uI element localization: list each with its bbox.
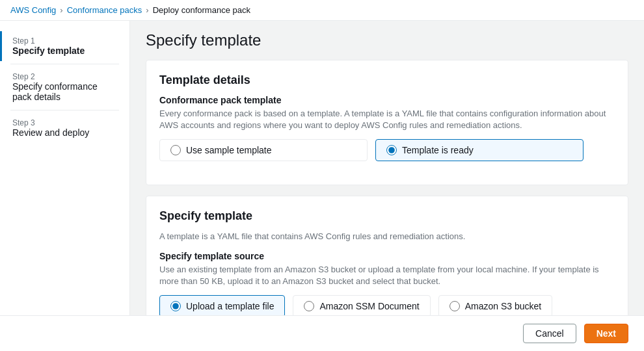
- s3-bucket-label: Amazon S3 bucket: [465, 301, 542, 311]
- conformance-pack-template-label: Conformance pack template: [159, 95, 615, 105]
- sidebar-step-3[interactable]: Step 3 Review and deploy: [0, 113, 129, 143]
- breadcrumb-sep-2: ›: [146, 5, 148, 15]
- main-content: Specify template Template details Confor…: [130, 21, 644, 315]
- use-sample-label: Use sample template: [186, 145, 272, 155]
- breadcrumb: AWS Config › Conformance packs › Deploy …: [0, 0, 644, 21]
- step3-label: Step 3: [12, 118, 119, 127]
- step1-title: Specify template: [12, 46, 119, 56]
- step1-label: Step 1: [12, 36, 119, 46]
- template-ready-option[interactable]: Template is ready: [375, 139, 584, 161]
- template-details-card: Template details Conformance pack templa…: [146, 60, 628, 185]
- step2-label: Step 2: [12, 72, 119, 81]
- breadcrumb-conformance-packs[interactable]: Conformance packs: [67, 5, 142, 15]
- upload-file-label: Upload a template file: [186, 301, 274, 311]
- sidebar-step-2[interactable]: Step 2 Specify conformance pack details: [0, 67, 129, 107]
- sidebar-divider-1: [10, 64, 119, 64]
- sidebar-divider-2: [10, 110, 119, 110]
- sidebar-step-1[interactable]: Step 1 Specify template: [0, 31, 129, 61]
- upload-file-radio[interactable]: [170, 301, 181, 311]
- specify-template-desc: A template is a YAML file that contains …: [159, 231, 615, 242]
- upload-file-option[interactable]: Upload a template file: [159, 295, 285, 315]
- template-source-desc: Use an existing template from an Amazon …: [159, 264, 615, 287]
- next-button[interactable]: Next: [584, 324, 628, 343]
- template-ready-radio[interactable]: [386, 145, 397, 155]
- template-type-radio-group: Use sample template Template is ready: [159, 139, 615, 161]
- template-ready-label: Template is ready: [402, 145, 474, 155]
- ssm-document-option[interactable]: Amazon SSM Document: [293, 295, 430, 315]
- s3-bucket-option[interactable]: Amazon S3 bucket: [438, 295, 553, 315]
- ssm-document-label: Amazon SSM Document: [319, 301, 419, 311]
- specify-template-title: Specify template: [159, 209, 615, 223]
- step3-title: Review and deploy: [12, 127, 119, 138]
- template-details-title: Template details: [159, 73, 615, 87]
- use-sample-template-option[interactable]: Use sample template: [159, 139, 368, 161]
- ssm-document-radio[interactable]: [304, 301, 314, 311]
- specify-template-card: Specify template A template is a YAML fi…: [146, 196, 628, 315]
- sidebar: Step 1 Specify template Step 2 Specify c…: [0, 21, 130, 315]
- template-source-label: Specify template source: [159, 251, 615, 261]
- cancel-button[interactable]: Cancel: [523, 324, 576, 343]
- footer: Cancel Next: [0, 315, 644, 351]
- template-source-radio-group: Upload a template file Amazon SSM Docume…: [159, 295, 615, 315]
- step2-title: Specify conformance pack details: [12, 81, 119, 102]
- conformance-pack-template-desc: Every conformance pack is based on a tem…: [159, 108, 615, 131]
- page-title: Specify template: [146, 31, 628, 49]
- s3-bucket-radio[interactable]: [449, 301, 460, 311]
- breadcrumb-sep-1: ›: [60, 5, 62, 15]
- breadcrumb-current: Deploy conformance pack: [153, 5, 250, 15]
- use-sample-radio[interactable]: [170, 145, 181, 155]
- breadcrumb-aws-config[interactable]: AWS Config: [10, 5, 56, 15]
